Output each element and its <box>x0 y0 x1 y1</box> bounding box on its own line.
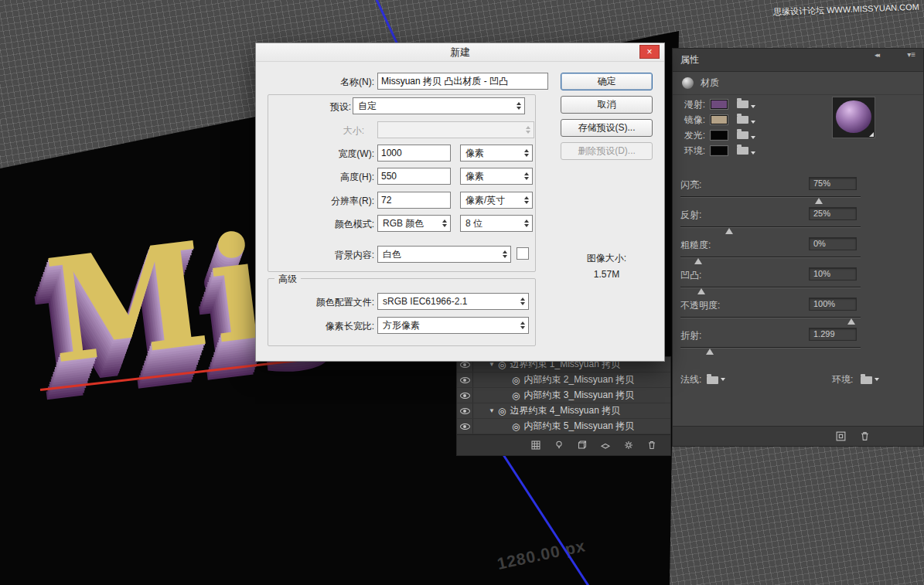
cancel-button[interactable]: 取消 <box>561 96 653 114</box>
properties-tab[interactable]: 属性 <box>680 53 699 66</box>
slider-value-field[interactable]: 100% <box>809 298 857 311</box>
material-slider-row: 反射:25% <box>673 207 923 237</box>
visibility-toggle[interactable] <box>457 372 473 387</box>
constraint-icon: ◎ <box>512 390 520 401</box>
channel-color-swatch[interactable] <box>711 146 728 155</box>
channel-label: 环境: <box>679 145 705 158</box>
material-channel-row: 发光: <box>673 128 827 143</box>
eye-icon <box>460 377 470 383</box>
slider-value-field[interactable]: 10% <box>809 267 857 281</box>
combo-arrows-icon <box>524 219 529 227</box>
combo-arrows-icon <box>520 298 525 305</box>
pixel-aspect-value: 方形像素 <box>383 319 420 332</box>
color-mode-select[interactable]: RGB 颜色 <box>377 215 451 232</box>
width-unit-select[interactable]: 像素 <box>460 145 533 162</box>
texture-menu-icon[interactable] <box>751 151 755 155</box>
eye-icon <box>460 423 470 430</box>
height-unit-select[interactable]: 像素 <box>460 168 533 185</box>
texture-folder-icon[interactable] <box>737 116 748 124</box>
slider-track[interactable] <box>680 287 861 288</box>
slider-handle[interactable] <box>815 198 823 204</box>
slider-handle[interactable] <box>847 318 855 325</box>
material-slider-row: 折射:1.299 <box>673 328 923 358</box>
channel-color-swatch[interactable] <box>711 131 728 140</box>
pixel-aspect-select[interactable]: 方形像素 <box>377 317 529 334</box>
visibility-toggle[interactable] <box>457 403 473 418</box>
visibility-toggle[interactable] <box>457 388 473 403</box>
color-profile-select[interactable]: sRGB IEC61966-2.1 <box>377 293 529 310</box>
slider-label: 反射: <box>680 209 701 222</box>
width-input[interactable] <box>377 145 451 162</box>
delete-preset-button[interactable]: 删除预设(D)... <box>561 142 653 160</box>
texture-menu-icon[interactable] <box>751 105 755 108</box>
trash-icon[interactable] <box>859 430 871 442</box>
light-bulb-icon[interactable] <box>554 440 564 451</box>
resolution-label: 分辨率(R): <box>270 195 374 208</box>
advanced-group: 高级 <box>268 278 536 346</box>
texture-menu-icon[interactable] <box>751 121 755 124</box>
background-select[interactable]: 白色 <box>377 246 511 263</box>
slider-track[interactable] <box>680 257 861 258</box>
slider-value-field[interactable]: 0% <box>809 237 857 250</box>
constraint-row[interactable]: ▼◎内部约束 5_Missyuan 拷贝 <box>457 419 670 434</box>
panel-menu-icon[interactable]: ▾≡ <box>907 50 915 59</box>
slider-value-field[interactable]: 25% <box>809 207 857 220</box>
resolution-input[interactable] <box>377 192 451 209</box>
channel-color-swatch[interactable] <box>711 100 728 109</box>
new-item-icon[interactable] <box>835 430 847 442</box>
collapse-panel-icon[interactable]: ◂◂ <box>875 51 878 59</box>
mesh-box-icon[interactable] <box>577 440 588 451</box>
material-preview-sphere[interactable] <box>832 97 875 138</box>
material-slider-row: 闪亮:75% <box>673 177 923 207</box>
color-depth-select[interactable]: 8 位 <box>460 215 533 232</box>
dialog-title[interactable]: 新建 <box>256 43 664 62</box>
preview-menu-icon[interactable] <box>869 132 874 137</box>
expand-triangle-icon[interactable]: ▼ <box>489 361 498 368</box>
constraint-row[interactable]: ▼◎内部约束 2_Missyuan 拷贝 <box>457 372 670 388</box>
constraint-row[interactable]: ▼◎内部约束 3_Missyuan 拷贝 <box>457 388 670 403</box>
ok-button[interactable]: 确定 <box>561 73 653 90</box>
slider-value-field[interactable]: 75% <box>809 177 857 190</box>
constraint-icon: ◎ <box>512 375 520 386</box>
expand-triangle-icon[interactable]: ▼ <box>489 407 498 414</box>
resolution-unit-select[interactable]: 像素/英寸 <box>460 192 533 209</box>
combo-arrows-icon <box>442 219 447 227</box>
normal-folder-icon[interactable] <box>707 376 718 384</box>
material-slider-row: 凹凸:10% <box>673 267 923 298</box>
slider-track[interactable] <box>680 196 861 198</box>
height-input[interactable] <box>377 168 451 185</box>
slider-handle[interactable] <box>697 288 705 294</box>
channel-label: 镜像: <box>679 114 705 127</box>
slider-track[interactable] <box>680 347 861 349</box>
texture-folder-icon[interactable] <box>737 131 748 139</box>
dialog-close-button[interactable]: × <box>639 45 660 59</box>
preset-select[interactable]: 自定 <box>353 97 525 114</box>
texture-menu-icon[interactable] <box>751 136 755 139</box>
filter-grid-icon[interactable] <box>530 440 541 451</box>
channel-color-swatch[interactable] <box>711 115 728 124</box>
trash-icon[interactable] <box>646 440 657 451</box>
constraint-label: 内部约束 3_Missyuan 拷贝 <box>523 389 634 402</box>
save-preset-button[interactable]: 存储预设(S)... <box>561 119 653 137</box>
slider-track[interactable] <box>680 226 861 228</box>
material-channel-row: 镜像: <box>673 112 827 128</box>
slider-track[interactable] <box>680 317 861 318</box>
combo-arrows-icon <box>503 250 507 258</box>
name-input[interactable] <box>377 73 548 90</box>
background-color-swatch[interactable] <box>517 247 529 260</box>
point-light-icon[interactable] <box>623 440 634 451</box>
slider-value-field[interactable]: 1.299 <box>809 328 857 341</box>
texture-folder-icon[interactable] <box>737 147 748 155</box>
ground-plane-icon[interactable] <box>600 440 611 451</box>
eye-icon <box>460 408 470 414</box>
environment-folder-icon[interactable] <box>861 376 872 384</box>
slider-handle[interactable] <box>706 349 714 355</box>
slider-handle[interactable] <box>725 228 733 234</box>
constraint-row[interactable]: ▼◎边界约束 4_Missyuan 拷贝 <box>457 403 670 419</box>
normal-menu-icon[interactable] <box>721 378 725 381</box>
slider-handle[interactable] <box>694 258 702 264</box>
texture-folder-icon[interactable] <box>737 100 748 108</box>
visibility-toggle[interactable] <box>457 419 473 434</box>
environment-menu-icon[interactable] <box>875 378 879 381</box>
size-select[interactable] <box>377 121 534 138</box>
